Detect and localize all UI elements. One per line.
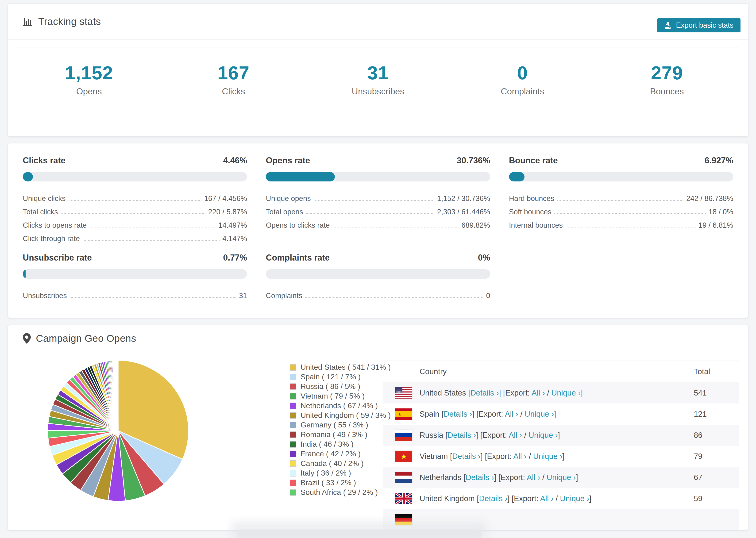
stat-card-opens: 1,152Opens xyxy=(17,47,161,113)
stat-card-clicks: 167Clicks xyxy=(161,47,306,113)
export-unique-link[interactable]: Unique › xyxy=(547,473,576,482)
bracket: ] xyxy=(589,494,591,503)
legend-item[interactable]: Spain ( 121 / 7% ) xyxy=(290,372,391,382)
export-all-link[interactable]: All › xyxy=(527,473,540,482)
geo-pie-chart xyxy=(46,359,190,503)
legend-label: France ( 42 / 2% ) xyxy=(300,450,361,458)
pie-legend: United States ( 541 / 31% )Spain ( 121 /… xyxy=(290,362,391,497)
export-basic-stats-button[interactable]: Export basic stats xyxy=(657,18,740,32)
legend-item[interactable]: Germany ( 55 / 3% ) xyxy=(290,420,391,430)
stat-value: 167 xyxy=(217,64,249,82)
total-cell: 86 xyxy=(694,431,739,440)
details-link[interactable]: Details › xyxy=(448,431,476,439)
legend-swatch xyxy=(290,364,296,371)
export-all-link[interactable]: All › xyxy=(509,431,522,439)
legend-label: Brazil ( 33 / 2% ) xyxy=(300,478,356,487)
export-unique-link[interactable]: Unique › xyxy=(528,431,558,439)
legend-item[interactable]: Italy ( 36 / 2% ) xyxy=(290,468,391,478)
bracket: [ xyxy=(450,452,452,460)
rate-value: 4.46% xyxy=(223,156,247,166)
legend-label: Russia ( 86 / 5% ) xyxy=(300,382,360,391)
export-all-link[interactable]: All › xyxy=(531,389,545,397)
legend-swatch xyxy=(290,374,296,380)
total-cell: 67 xyxy=(694,473,739,482)
legend-label: Germany ( 55 / 3% ) xyxy=(300,421,368,429)
dotted-leader xyxy=(333,227,459,228)
export-all-link[interactable]: All › xyxy=(505,409,518,418)
rate-detail-row: Opens to clicks rate689.82% xyxy=(266,216,490,230)
stat-value: 0 xyxy=(517,64,528,82)
legend-item[interactable]: United States ( 541 / 31% ) xyxy=(290,362,391,372)
export-unique-link[interactable]: Unique › xyxy=(533,452,563,460)
details-link[interactable]: Details › xyxy=(452,452,481,460)
export-unique-link[interactable]: Unique › xyxy=(525,409,554,418)
legend-item[interactable]: Netherlands ( 67 / 4% ) xyxy=(290,401,391,410)
rate-detail-label: Click through rate xyxy=(23,235,80,243)
export-all-link[interactable]: All › xyxy=(513,452,527,460)
details-link[interactable]: Details › xyxy=(479,494,507,503)
export-icon xyxy=(664,21,672,29)
flag-icon-nl xyxy=(395,472,412,483)
rate-detail-row: Click through rate4.147% xyxy=(23,230,247,243)
stat-card-unsubscribes: 31Unsubscribes xyxy=(306,47,450,113)
total-column-header: Total xyxy=(694,367,739,376)
rate-detail-value: 1,152 / 30.736% xyxy=(437,194,490,203)
stat-value: 279 xyxy=(651,64,683,82)
rate-detail-value: 167 / 4.456% xyxy=(204,194,247,203)
legend-item[interactable]: Russia ( 86 / 5% ) xyxy=(290,382,391,391)
rate-detail-value: 18 / 0% xyxy=(709,208,733,216)
legend-swatch xyxy=(290,480,296,486)
geo-table-row xyxy=(383,509,739,530)
details-link[interactable]: Details › xyxy=(465,473,494,482)
rate-value: 30.736% xyxy=(457,156,490,166)
legend-item[interactable]: Canada ( 40 / 2% ) xyxy=(290,459,391,468)
slash: / xyxy=(527,452,533,460)
geo-table-header: Country Total xyxy=(383,360,739,382)
dotted-leader xyxy=(61,213,205,214)
legend-item[interactable]: India ( 46 / 3% ) xyxy=(290,439,391,449)
page-title: Tracking stats xyxy=(38,16,101,27)
rate-detail-label: Complaints xyxy=(266,292,302,300)
rate-detail-label: Hard bounces xyxy=(509,194,554,203)
export-prefix: ] [Export: xyxy=(499,389,531,397)
legend-item[interactable]: United Kingdom ( 59 / 3% ) xyxy=(290,410,391,420)
export-prefix: ] [Export: xyxy=(472,409,505,418)
export-unique-link[interactable]: Unique › xyxy=(560,494,589,503)
bar-chart-icon xyxy=(23,17,33,27)
geo-table-row-netherlands: Netherlands [Details ›] [Export: All › /… xyxy=(383,467,739,488)
country-cell: United Kingdom [Details ›] [Export: All … xyxy=(419,494,694,503)
legend-item[interactable]: South Africa ( 29 / 2% ) xyxy=(290,488,391,497)
slash: / xyxy=(540,473,547,482)
country-cell: Netherlands [Details ›] [Export: All › /… xyxy=(419,473,694,482)
legend-item[interactable]: Vietnam ( 79 / 5% ) xyxy=(290,391,391,401)
rate-block-clicks-rate: Clicks rate4.46%Unique clicks167 / 4.456… xyxy=(23,156,247,243)
rate-detail-label: Unique clicks xyxy=(23,194,66,203)
legend-swatch xyxy=(290,383,296,390)
dotted-leader xyxy=(89,227,216,228)
rate-detail-row: Complaints0 xyxy=(266,287,490,300)
export-all-link[interactable]: All › xyxy=(540,494,554,503)
details-link[interactable]: Details › xyxy=(470,389,499,397)
rate-detail-value: 4.147% xyxy=(222,235,247,243)
details-link[interactable]: Details › xyxy=(444,409,472,418)
legend-label: Netherlands ( 67 / 4% ) xyxy=(300,402,378,410)
dotted-leader xyxy=(70,297,236,298)
legend-item[interactable]: Brazil ( 33 / 2% ) xyxy=(290,478,391,488)
rates-grid: Clicks rate4.46%Unique clicks167 / 4.456… xyxy=(8,143,748,300)
rate-title: Opens rate xyxy=(266,156,310,166)
export-unique-link[interactable]: Unique › xyxy=(551,389,581,397)
rate-block-complaints-rate: Complaints rate0%Complaints0 xyxy=(266,253,490,300)
legend-label: Romania ( 49 / 3% ) xyxy=(300,430,367,439)
legend-item[interactable]: France ( 42 / 2% ) xyxy=(290,449,391,459)
slash: / xyxy=(518,409,525,418)
legend-item[interactable]: Romania ( 49 / 3% ) xyxy=(290,430,391,439)
legend-label: United States ( 541 / 31% ) xyxy=(300,363,391,372)
bracket: [ xyxy=(463,473,465,482)
legend-swatch xyxy=(290,470,296,476)
export-prefix: ] [Export: xyxy=(481,452,513,460)
dotted-leader xyxy=(69,200,201,201)
legend-label: India ( 46 / 3% ) xyxy=(300,440,353,449)
rate-detail-value: 689.82% xyxy=(461,221,490,230)
export-prefix: ] [Export: xyxy=(494,473,527,482)
stats-summary-row: 1,152Opens167Clicks31Unsubscribes0Compla… xyxy=(17,47,739,113)
